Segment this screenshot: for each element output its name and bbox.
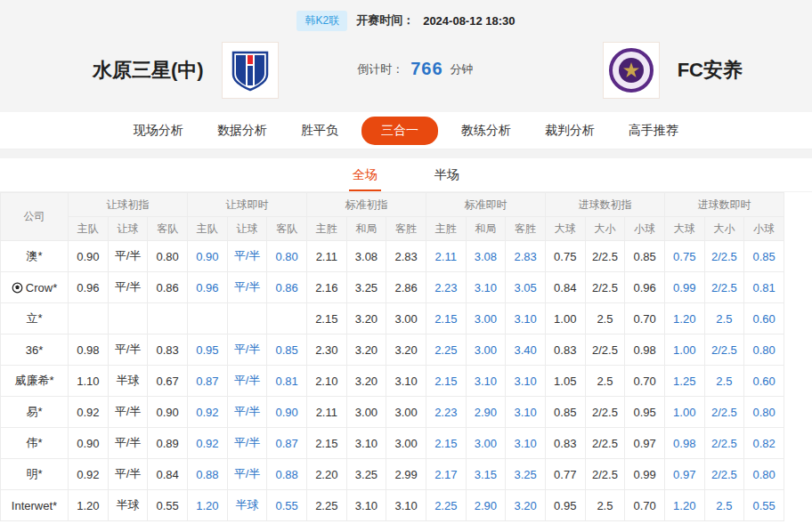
odds-cell-live: 0.55 [267, 490, 307, 521]
odds-cell-live: 3.00 [466, 303, 506, 335]
odds-cell-initial: 0.85 [545, 397, 585, 428]
match-header: 韩K2联 开赛时间： 2024-08-12 18:30 水原三星(中) 倒计时：… [0, 0, 812, 112]
table-row: 澳*0.90平/半0.800.90平/半0.802.113.082.832.11… [1, 241, 784, 272]
odds-cell-initial: 3.10 [346, 428, 386, 459]
nav-tab-1[interactable]: 现场分析 [123, 117, 194, 144]
odds-cell-live: 1.00 [664, 335, 704, 366]
table-row: 易*0.92平/半0.900.92平/半0.902.113.003.002.23… [1, 397, 784, 428]
odds-cell-initial: 0.97 [625, 428, 665, 459]
countdown-label: 倒计时： [357, 61, 403, 77]
sub-header: 主胜 [426, 217, 466, 241]
odds-cell-live: 2.25 [426, 335, 466, 366]
odds-cell-initial: 0.83 [148, 335, 188, 366]
odds-cell-initial: 平/半 [108, 459, 148, 490]
table-row: 36*0.98平/半0.830.95平/半0.852.303.203.202.2… [1, 335, 784, 366]
odds-cell-initial: 0.92 [69, 459, 109, 490]
odds-cell-initial: 3.10 [346, 490, 386, 521]
odds-cell-live: 0.80 [744, 335, 784, 366]
table-row: Interwet*1.20半球0.551.20半球0.552.253.103.1… [1, 490, 784, 521]
table-row: 明*0.92平/半0.840.88平/半0.882.203.252.992.17… [1, 459, 784, 490]
company-cell[interactable]: 威廉希* [1, 366, 69, 397]
odds-cell-initial: 0.70 [625, 490, 665, 521]
odds-cell-live: 0.98 [664, 428, 704, 459]
company-cell[interactable]: 伟* [1, 428, 69, 459]
odds-cell-initial: 2.20 [306, 459, 346, 490]
odds-cell-initial: 半球 [108, 490, 148, 521]
company-cell[interactable]: 易* [1, 397, 69, 428]
odds-cell-initial: 0.90 [69, 241, 109, 272]
odds-cell-live: 0.96 [187, 272, 227, 303]
company-name: Crow* [1, 281, 68, 294]
odds-cell-initial: 0.77 [545, 459, 585, 490]
league-badge: 韩K2联 [296, 11, 347, 31]
sub-header: 小球 [744, 217, 784, 241]
odds-cell-live: 2.25 [426, 490, 466, 521]
nav-tab-4[interactable]: 三合一 [361, 117, 438, 145]
odds-cell-live: 1.25 [664, 366, 704, 397]
nav-tab-5[interactable]: 教练分析 [451, 117, 522, 144]
odds-cell-initial: 0.99 [625, 459, 665, 490]
company-name: 易* [1, 404, 68, 420]
company-cell[interactable]: Crow* [1, 272, 69, 303]
odds-cell-live: 0.90 [187, 241, 227, 272]
countdown: 倒计时： 766 分钟 [357, 59, 473, 79]
away-team-logo [603, 42, 660, 99]
table-row: Crow*0.96平/半0.860.96平/半0.862.163.252.862… [1, 272, 784, 303]
odds-cell-initial: 0.95 [625, 397, 665, 428]
odds-cell-live [187, 303, 227, 335]
odds-cell-live: 0.80 [744, 459, 784, 490]
odds-cell-live: 0.92 [187, 397, 227, 428]
odds-cell-live: 平/半 [227, 459, 267, 490]
odds-cell-live: 1.20 [664, 490, 704, 521]
company-cell[interactable]: 澳* [1, 241, 69, 272]
odds-cell-live: 0.99 [664, 272, 704, 303]
odds-cell-live: 3.15 [466, 459, 506, 490]
odds-cell-initial: 3.00 [386, 397, 426, 428]
sub-header: 大小 [585, 217, 625, 241]
odds-cell-initial: 0.84 [148, 459, 188, 490]
odds-cell-live: 2.15 [426, 366, 466, 397]
odds-cell-initial: 0.70 [625, 303, 665, 335]
company-label: Interwet* [12, 499, 57, 512]
odds-cell-live: 3.10 [466, 366, 506, 397]
group-header-1: 让球初指 [69, 193, 188, 217]
sub-header: 大球 [664, 217, 704, 241]
odds-cell-initial: 0.96 [625, 272, 665, 303]
odds-cell-initial: 2.10 [306, 366, 346, 397]
group-header-2: 让球即时 [187, 193, 306, 217]
subtab-1[interactable]: 全场 [349, 158, 381, 191]
match-meta-row: 韩K2联 开赛时间： 2024-08-12 18:30 [0, 9, 812, 32]
company-cell[interactable]: 立* [1, 303, 69, 335]
odds-cell-live: 半球 [227, 490, 267, 521]
odds-cell-initial: 0.67 [148, 366, 188, 397]
odds-cell-live: 3.20 [506, 490, 546, 521]
nav-tab-6[interactable]: 裁判分析 [534, 117, 605, 144]
home-team-name: 水原三星(中) [93, 57, 204, 84]
nav-tab-2[interactable]: 数据分析 [207, 117, 278, 144]
odds-cell-initial: 0.85 [625, 241, 665, 272]
odds-cell-initial: 3.10 [386, 490, 426, 521]
odds-cell-live: 0.88 [267, 459, 307, 490]
company-cell[interactable]: 明* [1, 459, 69, 490]
odds-cell-live: 0.60 [744, 303, 784, 335]
teams-row: 水原三星(中) 倒计时： 766 分钟 [0, 37, 812, 112]
company-cell[interactable]: Interwet* [1, 490, 69, 521]
sub-header: 客胜 [506, 217, 546, 241]
odds-cell-live: 0.55 [744, 490, 784, 521]
away-team-crest-icon [608, 47, 654, 93]
subtab-2[interactable]: 半场 [431, 158, 463, 191]
odds-cell-initial: 2/2.5 [585, 459, 625, 490]
nav-tab-7[interactable]: 高手推荐 [618, 117, 689, 144]
soccer-ball-icon [12, 282, 23, 294]
odds-cell-initial [148, 303, 188, 335]
odds-cell-initial: 1.10 [69, 366, 109, 397]
odds-cell-initial: 0.83 [545, 428, 585, 459]
countdown-value: 766 [403, 59, 450, 79]
odds-cell-initial: 3.20 [386, 335, 426, 366]
company-cell[interactable]: 36* [1, 335, 69, 366]
odds-cell-initial: 0.75 [545, 241, 585, 272]
odds-cell-initial: 半球 [108, 366, 148, 397]
nav-tab-3[interactable]: 胜平负 [290, 117, 349, 144]
odds-cell-live: 0.97 [664, 459, 704, 490]
odds-cell-initial [69, 303, 109, 335]
